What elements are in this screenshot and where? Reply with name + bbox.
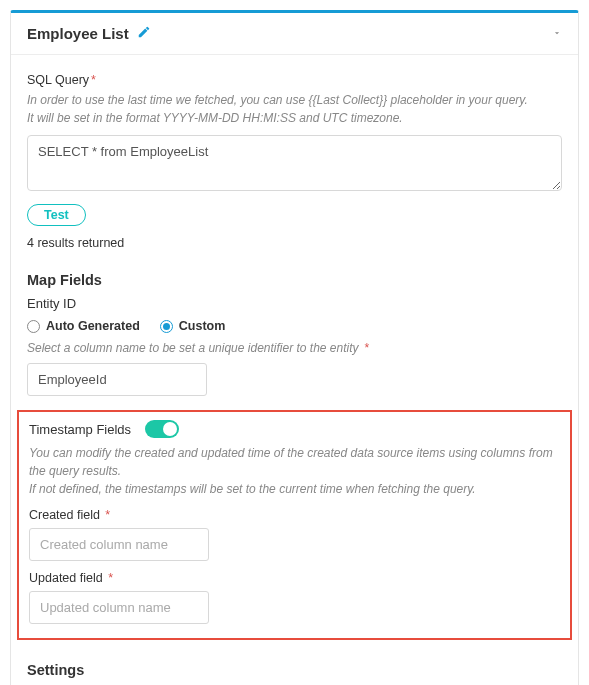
- sql-hint-1: In order to use the last time we fetched…: [27, 91, 562, 109]
- test-result: 4 results returned: [27, 236, 562, 250]
- timestamp-toggle[interactable]: [145, 420, 179, 438]
- chevron-down-icon[interactable]: [552, 27, 562, 41]
- timestamp-highlight: Timestamp Fields You can modify the crea…: [17, 410, 572, 640]
- timestamp-hint-1: You can modify the created and updated t…: [29, 444, 560, 480]
- data-source-panel: Employee List SQL Query* In order to use…: [10, 10, 579, 685]
- entity-id-label: Entity ID: [27, 296, 562, 311]
- sql-query-input[interactable]: [27, 135, 562, 191]
- radio-auto-generated[interactable]: Auto Generated: [27, 319, 140, 333]
- sql-query-label: SQL Query*: [27, 73, 562, 87]
- map-fields-title: Map Fields: [27, 272, 562, 288]
- updated-field-label: Updated field *: [29, 571, 560, 585]
- panel-title: Employee List: [27, 25, 129, 42]
- edit-icon[interactable]: [137, 25, 151, 42]
- test-button[interactable]: Test: [27, 204, 86, 226]
- timestamp-hint-2: If not defined, the timestamps will be s…: [29, 480, 560, 498]
- updated-field-input[interactable]: [29, 591, 209, 624]
- sql-hint-2: It will be set in the format YYYY-MM-DD …: [27, 109, 562, 127]
- entity-id-input[interactable]: [27, 363, 207, 396]
- timestamp-fields-label: Timestamp Fields: [29, 422, 131, 437]
- settings-title: Settings: [27, 662, 562, 678]
- radio-icon: [160, 320, 173, 333]
- entity-hint: Select a column name to be set a unique …: [27, 339, 562, 357]
- created-field-input[interactable]: [29, 528, 209, 561]
- radio-icon: [27, 320, 40, 333]
- panel-header: Employee List: [11, 13, 578, 55]
- created-field-label: Created field *: [29, 508, 560, 522]
- radio-custom[interactable]: Custom: [160, 319, 226, 333]
